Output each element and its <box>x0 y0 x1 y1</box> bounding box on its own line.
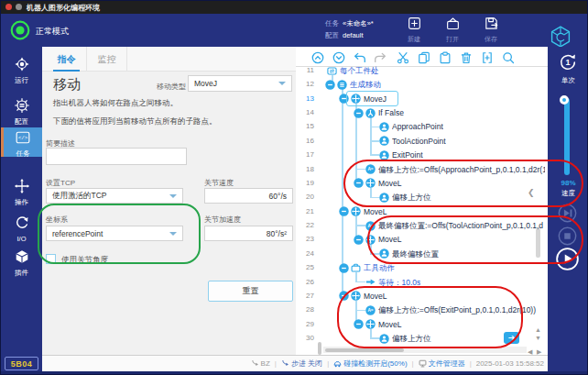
collapse-toggle-icon[interactable] <box>354 178 364 188</box>
tree-node-label[interactable]: 偏移上方位 <box>392 333 431 344</box>
waypoint-icon[interactable] <box>379 136 389 146</box>
search-icon[interactable] <box>502 51 515 64</box>
tree-node-label[interactable]: ApproachPoint <box>392 121 443 132</box>
step-forward-button[interactable] <box>558 204 577 223</box>
move-icon[interactable] <box>351 291 361 301</box>
assign-icon[interactable]: A= <box>365 164 376 174</box>
speed-slider-handle[interactable] <box>560 95 569 105</box>
delete-icon[interactable] <box>460 51 473 64</box>
next-line-button[interactable]: ➔ <box>504 332 519 344</box>
waypoint-icon[interactable] <box>379 122 389 132</box>
use-joint-angle-checkbox[interactable] <box>46 254 56 264</box>
paste-icon[interactable] <box>439 51 452 64</box>
collapse-toggle-icon[interactable] <box>325 80 335 90</box>
move-cross-icon <box>14 178 30 194</box>
tree-node-label[interactable]: 最终偏移位置:=Offs(ToolActionPoint_p,0.1,0.1,d <box>378 220 543 231</box>
scroll-right-icon[interactable]: ▶ <box>537 348 541 355</box>
scroll-up-icon[interactable]: ▲ <box>535 326 541 333</box>
status-item[interactable]: 碰撞检测开启(50%) <box>333 358 407 369</box>
scroll-left-icon[interactable]: ◀ <box>528 348 532 355</box>
action-label: 打开 <box>433 35 472 44</box>
collapse-panel-handle[interactable]: ❮ <box>528 188 535 197</box>
line-number: 12 <box>294 80 314 88</box>
joint-accel-input[interactable]: 80°/s² <box>204 226 293 241</box>
line-number: 19 <box>294 179 314 187</box>
tree-node-label[interactable]: ExitPoint <box>392 149 423 160</box>
tree-node-label[interactable]: MoveL <box>378 234 402 245</box>
collapse-toggle-icon[interactable] <box>354 235 364 245</box>
sidebar-item-task[interactable]: </>任务 <box>1 127 42 157</box>
joint-speed-input[interactable]: 60°/s <box>204 188 293 204</box>
redo-icon[interactable] <box>374 51 387 64</box>
new-button[interactable]: 新建 <box>395 16 433 44</box>
collapse-all-icon[interactable] <box>311 51 324 64</box>
tree-node-label[interactable]: 生成移动 <box>350 79 381 90</box>
reset-button[interactable]: 重置 <box>208 281 293 302</box>
open-button[interactable]: 打开 <box>433 16 472 44</box>
move-type-select[interactable]: MoveJ <box>188 75 292 92</box>
brief-desc-input[interactable] <box>46 148 187 165</box>
single-cycle-icon[interactable]: 1 <box>558 52 578 72</box>
speed-slider-track[interactable] <box>564 98 570 175</box>
minimize-button[interactable] <box>16 4 22 10</box>
vertical-scrollbar-thumb[interactable] <box>536 228 540 258</box>
tree-node-label[interactable]: 等待：10.0s <box>378 277 420 288</box>
play-button[interactable] <box>556 248 579 270</box>
waypoint-icon[interactable] <box>379 248 389 259</box>
move-icon[interactable] <box>365 319 376 329</box>
tree-node-label[interactable]: 偏移上方位 <box>392 192 431 203</box>
line-number: 25 <box>294 263 314 271</box>
task-name: «未命名»* <box>343 19 374 28</box>
branch-icon[interactable] <box>365 108 376 118</box>
tab-monitor[interactable]: 监控 <box>87 47 127 72</box>
tab-instruction[interactable]: 指令 <box>47 47 87 72</box>
undo-icon[interactable] <box>354 51 366 64</box>
tree-node-label[interactable]: 最终偏移位置 <box>392 248 439 259</box>
tree-node-label[interactable]: 工具动作 <box>364 262 395 273</box>
tree-node-label[interactable]: MoveL <box>378 178 402 189</box>
tree-node-label[interactable]: 每个工件处 <box>340 65 379 76</box>
gutter-scrollbar-thumb[interactable] <box>318 342 321 355</box>
tree-node-label[interactable]: 偏移上方位:=Offs(ExitPoint_p,0.1,0.1,d2r(10)) <box>378 304 536 315</box>
sidebar-item-plugin[interactable]: 插件 <box>1 247 42 276</box>
tree-node-label[interactable]: ToolActionPoint <box>392 136 446 147</box>
stop-button[interactable] <box>558 226 577 246</box>
sidebar-item-io[interactable]: I/O <box>1 213 42 242</box>
waypoint-icon[interactable] <box>379 150 389 160</box>
assign-icon[interactable]: A= <box>365 221 376 231</box>
loop-icon[interactable] <box>327 66 337 76</box>
waypoint-icon[interactable] <box>379 334 389 344</box>
tree-node-label[interactable]: MoveL <box>364 291 387 302</box>
cut-icon[interactable] <box>397 51 409 64</box>
tree-node-label[interactable]: 偏移上方位:=Offs(ApproachPoint_p,0.1,0.1,d2r(… <box>378 164 545 175</box>
insert-icon[interactable] <box>481 51 494 64</box>
waypoint-icon[interactable] <box>379 193 389 203</box>
tree-node-label[interactable]: MoveL <box>378 319 402 330</box>
arrow-icon[interactable] <box>365 277 376 287</box>
list-icon[interactable] <box>337 80 347 90</box>
collapse-toggle-icon[interactable] <box>354 319 364 329</box>
frame-select[interactable]: referencePoint <box>46 226 183 241</box>
status-item[interactable]: 文件管理器 <box>419 358 465 369</box>
close-button[interactable] <box>5 4 12 10</box>
move-icon[interactable] <box>365 235 376 245</box>
save-button[interactable]: 保存 <box>472 16 510 44</box>
toolbox-icon[interactable] <box>351 263 361 273</box>
tcp-select[interactable]: 使用激活的TCP <box>46 188 183 204</box>
move-icon[interactable] <box>365 178 376 188</box>
collapse-toggle-icon[interactable] <box>354 108 364 118</box>
sidebar-item-config[interactable]: 配置 <box>1 95 42 125</box>
copy-icon[interactable] <box>418 51 430 64</box>
expand-all-icon[interactable] <box>332 51 345 64</box>
sidebar-item-run[interactable]: 运行 <box>1 54 42 83</box>
tree-node-label[interactable]: If False <box>378 107 404 118</box>
tree-node-label[interactable]: MoveL <box>364 206 387 217</box>
move-icon[interactable] <box>351 206 361 216</box>
collapse-toggle-icon[interactable] <box>339 206 349 216</box>
collapse-toggle-icon[interactable] <box>339 263 349 273</box>
horizontal-scrollbar-thumb[interactable] <box>325 348 404 352</box>
sidebar-item-operate[interactable]: 操作 <box>1 176 42 205</box>
assign-icon[interactable]: A= <box>365 305 376 315</box>
scroll-down-icon[interactable]: ▼ <box>535 335 541 341</box>
collapse-toggle-icon[interactable] <box>339 291 349 301</box>
